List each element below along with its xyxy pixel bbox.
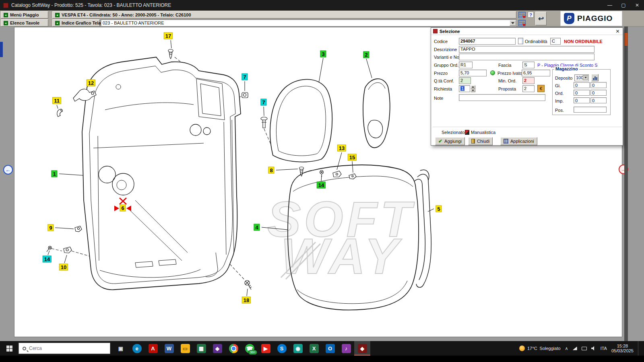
filter-table-icon[interactable]: [518, 20, 526, 26]
chevron-down-icon[interactable]: [510, 20, 516, 26]
part-label-5[interactable]: 5: [436, 206, 442, 212]
maximize-icon[interactable]: ▢: [617, 0, 630, 10]
taskbar-app-maps[interactable]: ◉: [290, 341, 306, 356]
search-input[interactable]: [29, 346, 97, 351]
chiudi-label: Chiudi: [477, 139, 489, 144]
deposito-select[interactable]: 100: [574, 74, 589, 81]
taskbar-app-spreadsheet[interactable]: ▦: [193, 341, 209, 356]
varianti-field[interactable]: [459, 53, 594, 60]
elenco-tavole-button[interactable]: Elenco Tavole: [1, 19, 48, 27]
indice-grafico-button[interactable]: Indice Grafico Telaio: [52, 19, 100, 27]
manualistica-button[interactable]: Manualistica: [471, 130, 495, 135]
gruppo-ord-field[interactable]: R1: [459, 62, 473, 68]
taskbar-app-chrome[interactable]: [225, 341, 242, 356]
taskbar-app-edge[interactable]: e: [129, 341, 145, 356]
taskbar-app-youtube[interactable]: ▶: [258, 341, 274, 356]
taskbar-app-softway[interactable]: ◆: [354, 341, 370, 356]
taskbar-app-outlook[interactable]: O: [322, 341, 338, 356]
vehicle-info-button[interactable]: VESPA ET4 - Cilindrata: 50 - Anno: 2000-…: [52, 11, 516, 19]
part-label-14[interactable]: 14: [317, 182, 326, 189]
fascia-field[interactable]: S: [522, 62, 535, 68]
codice-field[interactable]: 294067: [459, 38, 516, 45]
part-label-14[interactable]: 14: [43, 256, 52, 263]
dialog-close-icon[interactable]: ✕: [615, 28, 621, 34]
taskbar-app-media[interactable]: ♪: [338, 341, 354, 356]
green-check-icon: [55, 13, 60, 17]
codice-label: Codice: [434, 39, 448, 44]
prev-table-button[interactable]: ←: [3, 165, 13, 175]
taskbar-app-word[interactable]: W: [161, 341, 177, 356]
pos-field[interactable]: [574, 107, 607, 113]
descrizione-field[interactable]: TAPPO: [459, 46, 594, 53]
chiudi-button[interactable]: Chiudi: [468, 137, 493, 145]
part-label-8[interactable]: 8: [268, 167, 274, 174]
part-label-1[interactable]: 1: [51, 171, 57, 177]
tray-chevron-icon[interactable]: ∧: [565, 346, 568, 351]
stock-chart-button[interactable]: [591, 74, 599, 81]
part-label-2[interactable]: 2: [363, 51, 369, 58]
price-calc-button[interactable]: €: [537, 85, 545, 92]
sun-icon: [519, 346, 525, 351]
vertical-scrollbar[interactable]: [624, 27, 628, 341]
richiesta-field[interactable]: 1: [459, 85, 470, 92]
stepper-down-icon[interactable]: [471, 89, 475, 93]
menu-piaggio-button[interactable]: Menù Piaggio: [1, 11, 48, 19]
taskbar-search[interactable]: [19, 343, 110, 354]
taskbar-app-skype[interactable]: S: [274, 341, 290, 356]
stepper-up-icon[interactable]: [471, 85, 475, 89]
dialog-titlebar[interactable]: Selezione ✕: [431, 28, 623, 35]
document-icon[interactable]: [518, 38, 523, 44]
taskbar-app-photos[interactable]: ◈: [209, 341, 225, 356]
taskbar-app-file-explorer[interactable]: ▭: [177, 341, 193, 356]
window-titlebar: Catalogo SoftWay - Prodotto: 525 - Tavol…: [0, 0, 644, 10]
back-button[interactable]: ↩: [535, 12, 547, 25]
part-label-6[interactable]: 6: [120, 205, 126, 212]
note-field[interactable]: [459, 94, 545, 101]
qta-conf-field[interactable]: 2: [459, 77, 471, 84]
part-label-11[interactable]: 11: [52, 97, 61, 104]
note-label: Note: [434, 96, 443, 101]
part-label-9[interactable]: 9: [47, 224, 54, 231]
menu-piaggio-label: Menù Piaggio: [10, 12, 39, 17]
part-label-3[interactable]: 3: [320, 51, 326, 58]
volume-icon[interactable]: [591, 346, 596, 351]
prezzo-ivato-field[interactable]: 6,95: [522, 70, 550, 76]
applicazioni-button[interactable]: Applicazioni: [500, 137, 537, 145]
ord-value-2: 0: [590, 90, 607, 96]
taskbar-app-excel[interactable]: X: [306, 341, 322, 356]
help-button[interactable]: ?: [528, 12, 534, 18]
min-ord-field[interactable]: 2: [522, 77, 535, 84]
network-icon[interactable]: [573, 347, 577, 350]
language-indicator[interactable]: ITA: [601, 346, 607, 351]
weather-widget[interactable]: 17°C Soleggiato: [519, 346, 561, 351]
green-arrow-icon: [4, 21, 8, 25]
part-label-7[interactable]: 7: [260, 99, 266, 106]
gi-value-1: 0: [574, 82, 590, 88]
clock[interactable]: 15:28 05/03/2025: [611, 343, 634, 353]
part-label-10[interactable]: 10: [59, 264, 68, 271]
start-button[interactable]: [0, 341, 19, 356]
part-label-13[interactable]: 13: [337, 145, 346, 152]
scrollbar-thumb[interactable]: [625, 33, 627, 46]
part-label-7[interactable]: 7: [242, 74, 248, 80]
part-label-18[interactable]: 18: [242, 297, 251, 304]
filter-table-icon[interactable]: [518, 12, 526, 18]
tavola-combobox[interactable]: 023 - BAULETTO ANTERIORE: [101, 19, 517, 27]
taskbar-app-task-view[interactable]: ▣: [113, 341, 129, 356]
prezzo-field[interactable]: 5,70: [459, 70, 487, 76]
display-icon[interactable]: [582, 347, 587, 350]
part-label-17[interactable]: 17: [164, 33, 173, 39]
show-desktop-button[interactable]: [638, 341, 640, 356]
aggiungi-button[interactable]: ✔ Aggiungi: [435, 137, 465, 145]
part-label-15[interactable]: 15: [348, 154, 357, 161]
richiesta-stepper[interactable]: [471, 85, 475, 92]
minimize-icon[interactable]: —: [603, 0, 617, 10]
chevron-down-icon[interactable]: [583, 75, 588, 80]
taskbar-app-acrobat[interactable]: A: [145, 341, 161, 356]
taskbar-app-whatsapp[interactable]: ☎99+: [242, 341, 258, 356]
proposta-field[interactable]: 2: [522, 85, 535, 92]
ordinabilita-field[interactable]: C: [550, 38, 561, 45]
part-label-12[interactable]: 12: [87, 80, 95, 86]
close-icon[interactable]: ✕: [630, 0, 644, 10]
part-label-4[interactable]: 4: [254, 224, 260, 231]
